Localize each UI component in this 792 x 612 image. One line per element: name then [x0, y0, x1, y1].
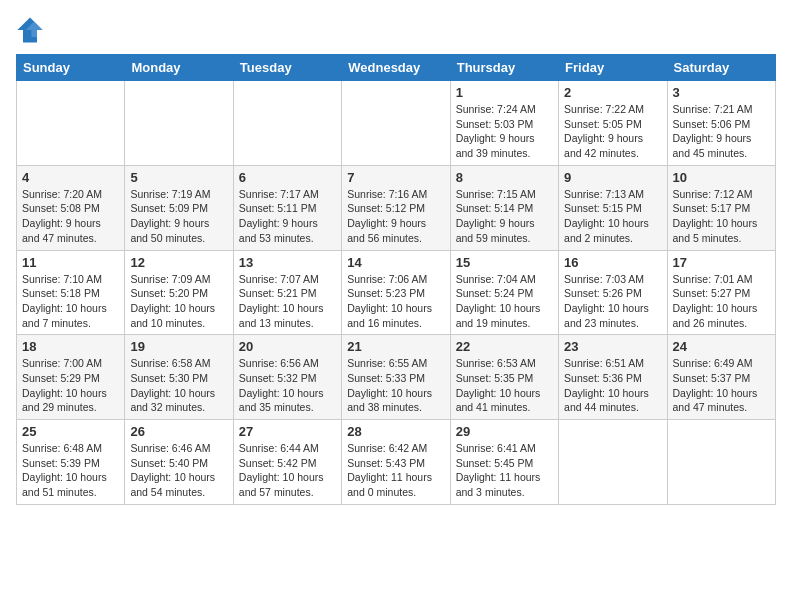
calendar-cell: 12Sunrise: 7:09 AM Sunset: 5:20 PM Dayli…	[125, 250, 233, 335]
weekday-header-tuesday: Tuesday	[233, 55, 341, 81]
calendar-table: SundayMondayTuesdayWednesdayThursdayFrid…	[16, 54, 776, 505]
calendar-cell: 16Sunrise: 7:03 AM Sunset: 5:26 PM Dayli…	[559, 250, 667, 335]
header	[16, 16, 776, 44]
day-info: Sunrise: 7:19 AM Sunset: 5:09 PM Dayligh…	[130, 187, 227, 246]
day-number: 4	[22, 170, 119, 185]
day-info: Sunrise: 7:16 AM Sunset: 5:12 PM Dayligh…	[347, 187, 444, 246]
calendar-cell: 7Sunrise: 7:16 AM Sunset: 5:12 PM Daylig…	[342, 165, 450, 250]
calendar-week-row: 11Sunrise: 7:10 AM Sunset: 5:18 PM Dayli…	[17, 250, 776, 335]
weekday-header-monday: Monday	[125, 55, 233, 81]
day-number: 17	[673, 255, 770, 270]
weekday-header-wednesday: Wednesday	[342, 55, 450, 81]
day-number: 6	[239, 170, 336, 185]
calendar-cell	[342, 81, 450, 166]
day-info: Sunrise: 6:53 AM Sunset: 5:35 PM Dayligh…	[456, 356, 553, 415]
day-info: Sunrise: 7:07 AM Sunset: 5:21 PM Dayligh…	[239, 272, 336, 331]
calendar-week-row: 18Sunrise: 7:00 AM Sunset: 5:29 PM Dayli…	[17, 335, 776, 420]
calendar-cell: 23Sunrise: 6:51 AM Sunset: 5:36 PM Dayli…	[559, 335, 667, 420]
calendar-cell: 21Sunrise: 6:55 AM Sunset: 5:33 PM Dayli…	[342, 335, 450, 420]
calendar-cell: 3Sunrise: 7:21 AM Sunset: 5:06 PM Daylig…	[667, 81, 775, 166]
calendar-cell: 4Sunrise: 7:20 AM Sunset: 5:08 PM Daylig…	[17, 165, 125, 250]
day-info: Sunrise: 7:06 AM Sunset: 5:23 PM Dayligh…	[347, 272, 444, 331]
calendar-cell	[125, 81, 233, 166]
calendar-cell: 11Sunrise: 7:10 AM Sunset: 5:18 PM Dayli…	[17, 250, 125, 335]
day-info: Sunrise: 7:15 AM Sunset: 5:14 PM Dayligh…	[456, 187, 553, 246]
day-info: Sunrise: 7:00 AM Sunset: 5:29 PM Dayligh…	[22, 356, 119, 415]
day-number: 7	[347, 170, 444, 185]
day-number: 8	[456, 170, 553, 185]
day-number: 16	[564, 255, 661, 270]
day-number: 14	[347, 255, 444, 270]
day-number: 1	[456, 85, 553, 100]
day-number: 26	[130, 424, 227, 439]
day-number: 23	[564, 339, 661, 354]
day-number: 25	[22, 424, 119, 439]
day-info: Sunrise: 7:10 AM Sunset: 5:18 PM Dayligh…	[22, 272, 119, 331]
calendar-cell: 29Sunrise: 6:41 AM Sunset: 5:45 PM Dayli…	[450, 420, 558, 505]
calendar-cell: 9Sunrise: 7:13 AM Sunset: 5:15 PM Daylig…	[559, 165, 667, 250]
calendar-cell: 27Sunrise: 6:44 AM Sunset: 5:42 PM Dayli…	[233, 420, 341, 505]
day-info: Sunrise: 7:21 AM Sunset: 5:06 PM Dayligh…	[673, 102, 770, 161]
calendar-cell	[667, 420, 775, 505]
day-info: Sunrise: 6:55 AM Sunset: 5:33 PM Dayligh…	[347, 356, 444, 415]
calendar-week-row: 4Sunrise: 7:20 AM Sunset: 5:08 PM Daylig…	[17, 165, 776, 250]
day-info: Sunrise: 6:49 AM Sunset: 5:37 PM Dayligh…	[673, 356, 770, 415]
weekday-header-thursday: Thursday	[450, 55, 558, 81]
day-info: Sunrise: 6:44 AM Sunset: 5:42 PM Dayligh…	[239, 441, 336, 500]
day-number: 20	[239, 339, 336, 354]
day-info: Sunrise: 7:09 AM Sunset: 5:20 PM Dayligh…	[130, 272, 227, 331]
calendar-cell: 22Sunrise: 6:53 AM Sunset: 5:35 PM Dayli…	[450, 335, 558, 420]
calendar-cell: 13Sunrise: 7:07 AM Sunset: 5:21 PM Dayli…	[233, 250, 341, 335]
day-number: 12	[130, 255, 227, 270]
calendar-week-row: 1Sunrise: 7:24 AM Sunset: 5:03 PM Daylig…	[17, 81, 776, 166]
day-info: Sunrise: 7:17 AM Sunset: 5:11 PM Dayligh…	[239, 187, 336, 246]
calendar-cell: 15Sunrise: 7:04 AM Sunset: 5:24 PM Dayli…	[450, 250, 558, 335]
calendar-cell: 10Sunrise: 7:12 AM Sunset: 5:17 PM Dayli…	[667, 165, 775, 250]
calendar-cell: 19Sunrise: 6:58 AM Sunset: 5:30 PM Dayli…	[125, 335, 233, 420]
calendar-cell: 1Sunrise: 7:24 AM Sunset: 5:03 PM Daylig…	[450, 81, 558, 166]
weekday-header-row: SundayMondayTuesdayWednesdayThursdayFrid…	[17, 55, 776, 81]
day-number: 10	[673, 170, 770, 185]
calendar-cell: 26Sunrise: 6:46 AM Sunset: 5:40 PM Dayli…	[125, 420, 233, 505]
day-number: 19	[130, 339, 227, 354]
day-number: 3	[673, 85, 770, 100]
calendar-week-row: 25Sunrise: 6:48 AM Sunset: 5:39 PM Dayli…	[17, 420, 776, 505]
day-number: 9	[564, 170, 661, 185]
day-info: Sunrise: 7:24 AM Sunset: 5:03 PM Dayligh…	[456, 102, 553, 161]
day-info: Sunrise: 6:51 AM Sunset: 5:36 PM Dayligh…	[564, 356, 661, 415]
calendar-cell: 28Sunrise: 6:42 AM Sunset: 5:43 PM Dayli…	[342, 420, 450, 505]
day-info: Sunrise: 7:04 AM Sunset: 5:24 PM Dayligh…	[456, 272, 553, 331]
day-number: 2	[564, 85, 661, 100]
calendar-cell: 18Sunrise: 7:00 AM Sunset: 5:29 PM Dayli…	[17, 335, 125, 420]
day-number: 24	[673, 339, 770, 354]
logo	[16, 16, 48, 44]
calendar-cell	[233, 81, 341, 166]
day-info: Sunrise: 7:12 AM Sunset: 5:17 PM Dayligh…	[673, 187, 770, 246]
weekday-header-friday: Friday	[559, 55, 667, 81]
calendar-cell: 17Sunrise: 7:01 AM Sunset: 5:27 PM Dayli…	[667, 250, 775, 335]
day-number: 22	[456, 339, 553, 354]
calendar-cell: 24Sunrise: 6:49 AM Sunset: 5:37 PM Dayli…	[667, 335, 775, 420]
day-number: 28	[347, 424, 444, 439]
calendar-cell: 6Sunrise: 7:17 AM Sunset: 5:11 PM Daylig…	[233, 165, 341, 250]
weekday-header-sunday: Sunday	[17, 55, 125, 81]
day-number: 18	[22, 339, 119, 354]
weekday-header-saturday: Saturday	[667, 55, 775, 81]
day-info: Sunrise: 6:42 AM Sunset: 5:43 PM Dayligh…	[347, 441, 444, 500]
day-number: 5	[130, 170, 227, 185]
day-info: Sunrise: 7:20 AM Sunset: 5:08 PM Dayligh…	[22, 187, 119, 246]
calendar-cell: 5Sunrise: 7:19 AM Sunset: 5:09 PM Daylig…	[125, 165, 233, 250]
calendar-cell	[17, 81, 125, 166]
day-info: Sunrise: 6:56 AM Sunset: 5:32 PM Dayligh…	[239, 356, 336, 415]
calendar-cell: 20Sunrise: 6:56 AM Sunset: 5:32 PM Dayli…	[233, 335, 341, 420]
calendar-cell: 2Sunrise: 7:22 AM Sunset: 5:05 PM Daylig…	[559, 81, 667, 166]
calendar-cell: 14Sunrise: 7:06 AM Sunset: 5:23 PM Dayli…	[342, 250, 450, 335]
day-info: Sunrise: 7:03 AM Sunset: 5:26 PM Dayligh…	[564, 272, 661, 331]
logo-icon	[16, 16, 44, 44]
day-info: Sunrise: 6:58 AM Sunset: 5:30 PM Dayligh…	[130, 356, 227, 415]
day-info: Sunrise: 6:48 AM Sunset: 5:39 PM Dayligh…	[22, 441, 119, 500]
day-info: Sunrise: 7:01 AM Sunset: 5:27 PM Dayligh…	[673, 272, 770, 331]
calendar-cell	[559, 420, 667, 505]
day-info: Sunrise: 6:41 AM Sunset: 5:45 PM Dayligh…	[456, 441, 553, 500]
day-number: 15	[456, 255, 553, 270]
